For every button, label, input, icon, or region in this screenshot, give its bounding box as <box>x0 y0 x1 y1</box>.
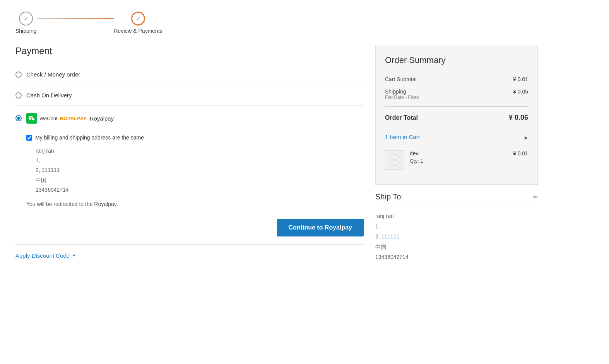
ship-name: ranj ran <box>375 211 538 221</box>
address-name: ranj ran <box>36 146 364 156</box>
payment-option-royalpay[interactable]: WeChat ROYALPAY Royalpay <box>15 106 364 131</box>
royalpay-logo: WeChat ROYALPAY <box>26 113 87 124</box>
left-panel: Payment Check / Money order Cash On Deli… <box>15 46 364 267</box>
summary-divider <box>385 106 528 107</box>
order-total-label: Order Total <box>385 114 418 121</box>
royalpay-details: My billing and shipping address are the … <box>15 131 364 211</box>
step-review: ✓ Review & Payments <box>114 12 163 34</box>
royalpay-brand-text: ROYALPAY <box>60 116 87 121</box>
shipping-sublabel: Flat Rate - Fixed <box>385 95 419 100</box>
product-qty: Qty: 1 <box>410 158 508 164</box>
page-title: Payment <box>15 46 364 56</box>
payment-label-cod: Cash On Delivery <box>26 92 72 99</box>
ship-line1: 1, <box>375 221 538 232</box>
billing-same-label[interactable]: My billing and shipping address are the … <box>35 134 144 141</box>
shipping-value: ¥ 0.05 <box>513 88 528 95</box>
apply-discount-section[interactable]: Apply Discount Code ▾ <box>15 244 364 267</box>
ship-phone: 13436042714 <box>375 252 538 262</box>
edit-icon[interactable]: ✏ <box>533 193 538 201</box>
address-line1: 1, <box>36 156 364 165</box>
right-panel: Order Summary Cart Subtotal ¥ 0.01 Shipp… <box>375 46 538 262</box>
billing-address-block: ranj ran 1, 2, 111111 中国 13436042714 <box>26 146 364 195</box>
payment-label-check: Check / Money order <box>26 71 80 78</box>
address-line2: 2, 111111 <box>36 165 364 175</box>
step-shipping: ✓ Shipping <box>15 12 37 34</box>
product-name: dev <box>410 150 508 156</box>
shipping-label-group: Shipping Flat Rate - Fixed <box>385 88 419 100</box>
radio-cod[interactable] <box>15 92 22 99</box>
progress-steps: ✓ Shipping ✓ Review & Payments <box>15 8 594 34</box>
step-review-label: Review & Payments <box>114 28 163 34</box>
address-country: 中国 <box>36 175 364 185</box>
step-shipping-circle: ✓ <box>19 12 33 26</box>
items-in-cart-label[interactable]: 1 Item in Cart <box>385 134 420 140</box>
order-total-value: ¥ 0.06 <box>509 114 528 122</box>
item-cart-row[interactable]: 1 Item in Cart ▲ <box>385 129 528 145</box>
order-total-row: Order Total ¥ 0.06 <box>385 110 528 126</box>
cart-subtotal-value: ¥ 0.01 <box>513 76 528 82</box>
order-summary: Order Summary Cart Subtotal ¥ 0.01 Shipp… <box>375 46 538 185</box>
billing-same-input[interactable] <box>26 135 32 141</box>
ship-country: 中国 <box>375 242 538 252</box>
billing-same-checkbox-row[interactable]: My billing and shipping address are the … <box>26 134 364 141</box>
wechat-text: WeChat <box>39 116 58 121</box>
cart-item: M dev Qty: 1 ¥ 0.01 <box>385 145 528 175</box>
continue-to-royalpay-button[interactable]: Continue to Royalpay <box>277 219 364 236</box>
svg-text:M: M <box>392 157 397 163</box>
radio-royalpay[interactable] <box>15 115 22 121</box>
product-info: dev Qty: 1 <box>410 150 508 164</box>
step-review-circle: ✓ <box>131 12 145 26</box>
radio-check[interactable] <box>15 71 22 78</box>
royalpay-name: Royalpay <box>90 115 114 122</box>
ship-to-title: Ship To: <box>375 192 403 201</box>
cart-subtotal-label: Cart Subtotal <box>385 76 417 82</box>
shipping-row: Shipping Flat Rate - Fixed ¥ 0.05 <box>385 85 528 103</box>
step-connector <box>37 18 114 19</box>
address-phone: 13436042714 <box>36 185 364 195</box>
continue-btn-wrapper: Continue to Royalpay <box>15 219 364 236</box>
order-summary-title: Order Summary <box>385 55 528 65</box>
ship-to-header: Ship To: ✏ <box>375 192 538 206</box>
ship-to-section: Ship To: ✏ ranj ran 1, 2, 111111 中国 1343… <box>375 192 538 262</box>
wechat-icon <box>26 113 37 124</box>
payment-option-cod[interactable]: Cash On Delivery <box>15 85 364 106</box>
chevron-down-icon: ▾ <box>73 253 75 258</box>
product-thumbnail: M <box>385 150 404 170</box>
ship-line2: 2, 111111 <box>375 231 538 242</box>
payment-option-check[interactable]: Check / Money order <box>15 64 364 85</box>
redirect-notice: You will be redirected to the Royalpay. <box>26 201 364 207</box>
cart-subtotal-row: Cart Subtotal ¥ 0.01 <box>385 73 528 85</box>
ship-address-block: ranj ran 1, 2, 111111 中国 13436042714 <box>375 211 538 262</box>
product-price: ¥ 0.01 <box>513 150 528 156</box>
apply-discount-label: Apply Discount Code <box>15 252 70 259</box>
main-layout: Payment Check / Money order Cash On Deli… <box>15 46 594 267</box>
shipping-label: Shipping <box>385 88 419 95</box>
chevron-up-icon: ▲ <box>523 134 528 140</box>
step-shipping-label: Shipping <box>15 28 37 34</box>
